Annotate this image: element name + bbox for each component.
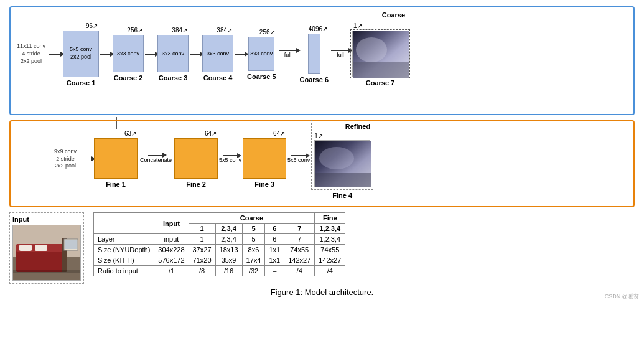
kitti-7: 142x27 xyxy=(284,255,315,266)
th-fine: Fine xyxy=(315,213,345,224)
ratio-fine: /4 xyxy=(315,266,345,276)
fine-inner: 9x9 conv 2 stride 2x2 pool 63↗ Fine 1 Co… xyxy=(17,126,627,192)
fine-output-image xyxy=(314,140,370,187)
arrow-fine-0 xyxy=(82,159,93,160)
watermark: CSDN @暖贫 xyxy=(605,293,639,301)
layer-fine-1234: 1,2,3,4 xyxy=(315,234,345,245)
bottom-section: Input xyxy=(9,212,635,284)
ratio-7: /4 xyxy=(284,266,315,276)
th-6: 6 xyxy=(265,224,284,234)
svg-rect-11 xyxy=(35,245,47,251)
fine-input-label: 9x9 conv xyxy=(54,148,77,156)
arrow-fine-2-group: 5x5 conv xyxy=(219,155,241,163)
coarse-input-label: 11x11 conv xyxy=(17,43,45,50)
coarse-7-dashed-border xyxy=(350,29,410,78)
table-row: Size (NYUDepth) 304x228 37x27 18x13 8x6 … xyxy=(94,245,345,255)
coarse-3-label: Coarse 3 xyxy=(159,74,187,82)
fine-4-num: 1↗ xyxy=(314,133,323,139)
layer-234: 2,3,4 xyxy=(215,234,242,245)
layer-5: 5 xyxy=(242,234,265,245)
coarse-4-block: 3x3 conv xyxy=(202,35,233,72)
th-layer xyxy=(94,213,154,234)
fine-1-num: 63↗ xyxy=(124,130,136,137)
arrow-fine-3-group: 5x5 conv xyxy=(287,155,310,163)
fine-2-label: Fine 2 xyxy=(186,181,206,188)
coarse-7-wrapper xyxy=(352,31,408,77)
ratio-5: /32 xyxy=(242,266,265,276)
svg-rect-15 xyxy=(13,270,81,273)
th-7: 7 xyxy=(284,224,315,234)
th-input: input xyxy=(154,213,189,234)
coarse-5-block: 3x3 conv xyxy=(248,37,274,71)
svg-rect-14 xyxy=(65,240,77,249)
nyu-6: 1x1 xyxy=(265,245,284,255)
fine-4-label: Fine 4 xyxy=(332,192,352,199)
kitti-fine: 142x27 xyxy=(315,255,345,266)
coarse-3-num: 384↗ xyxy=(172,27,187,34)
nyu-1: 37x27 xyxy=(189,245,215,255)
refined-wrapper: Refined 1↗ xyxy=(311,120,373,190)
table-row: Ratio to input /1 /8 /16 /32 – /4 /4 xyxy=(94,266,345,276)
arrow-5-group: full xyxy=(278,50,299,59)
arrow-6 xyxy=(331,50,350,52)
fine-4-col: Refined 1↗ xyxy=(311,120,373,199)
coarse-6-label: Coarse 6 xyxy=(300,76,329,83)
refined-label: Refined xyxy=(314,123,370,130)
input-dashed-box: Input xyxy=(9,212,84,284)
fine-3-label: Fine 3 xyxy=(254,181,274,188)
kitti-1: 71x20 xyxy=(189,255,215,266)
concat-arrows xyxy=(148,155,164,156)
arrow-fine-2 xyxy=(223,155,238,156)
main-container: 11x11 conv 4 stride 2x2 pool 96↗ 5x5 con… xyxy=(0,0,644,303)
kitti-234: 35x9 xyxy=(215,255,242,266)
concat-label: Concatenate xyxy=(140,157,172,163)
ratio-6: – xyxy=(265,266,284,276)
ratio-1: /8 xyxy=(189,266,215,276)
th-1: 1 xyxy=(189,224,215,234)
nyu-234: 18x13 xyxy=(215,245,242,255)
coarse-1-sublabel: 5x5 conv2x2 pool xyxy=(70,46,92,60)
input-room-svg xyxy=(13,225,81,281)
coarse-3-col: 384↗ 3x3 conv Coarse 3 xyxy=(157,27,189,82)
full-label-2: full xyxy=(337,52,344,58)
layer-row-label: Layer xyxy=(94,234,154,245)
th-234: 2,3,4 xyxy=(215,224,242,234)
coarse-2-block: 3x3 conv xyxy=(113,35,144,72)
ratio-label: Ratio to input xyxy=(94,266,154,276)
coarse-3-sublabel: 3x3 conv xyxy=(162,50,184,57)
coarse-1-num: 96↗ xyxy=(86,22,98,29)
kitti-6: 1x1 xyxy=(265,255,284,266)
kitti-5: 17x4 xyxy=(242,255,265,266)
coarse-1-col: 96↗ 5x5 conv2x2 pool Coarse 1 xyxy=(63,22,99,87)
coarse-5-num: 256↗ xyxy=(259,29,275,35)
table-section: input Coarse Fine 1 2,3,4 5 6 7 1,2,3,4 … xyxy=(93,212,345,276)
table-row: Size (KITTI) 576x172 71x20 35x9 17x4 1x1… xyxy=(94,255,345,266)
fine-input-desc: 9x9 conv 2 stride 2x2 pool xyxy=(54,148,77,170)
coarse-2-num: 256↗ xyxy=(127,27,142,34)
coarse-7-label: Coarse 7 xyxy=(366,79,394,87)
fine-2-num: 64↗ xyxy=(205,130,217,137)
coarse-output-label: Coarse xyxy=(382,11,405,19)
fine-input-pool: 2x2 pool xyxy=(55,162,76,170)
coarse-4-sublabel: 3x3 conv xyxy=(207,50,229,57)
layer-input: input xyxy=(154,234,189,245)
fine-1-block xyxy=(94,138,138,179)
layer-1: 1 xyxy=(189,234,215,245)
layer-7: 7 xyxy=(284,234,315,245)
svg-rect-5 xyxy=(315,173,371,187)
fine-2-block xyxy=(174,138,218,179)
nyu-fine: 74x55 xyxy=(315,245,345,255)
coarse-5-sublabel: 3x3 conv xyxy=(250,50,273,57)
coarse-7-col: Coarse 1↗ xyxy=(352,22,408,87)
coarse-input-stride: 4 stride xyxy=(22,50,40,58)
coarse-1-label: Coarse 1 xyxy=(67,79,95,87)
coarse-3-block: 3x3 conv xyxy=(157,35,189,72)
fine-depth-svg xyxy=(315,141,371,187)
arrow-fine-3 xyxy=(291,155,307,156)
coarse-5-label: Coarse 5 xyxy=(247,73,276,80)
arrow-6-group: full xyxy=(330,50,351,59)
ratio-input: /1 xyxy=(154,266,189,276)
coarse-network-box: 11x11 conv 4 stride 2x2 pool 96↗ 5x5 con… xyxy=(9,6,635,115)
concat-group: Concatenate xyxy=(140,155,172,164)
arrow-2 xyxy=(145,54,156,55)
